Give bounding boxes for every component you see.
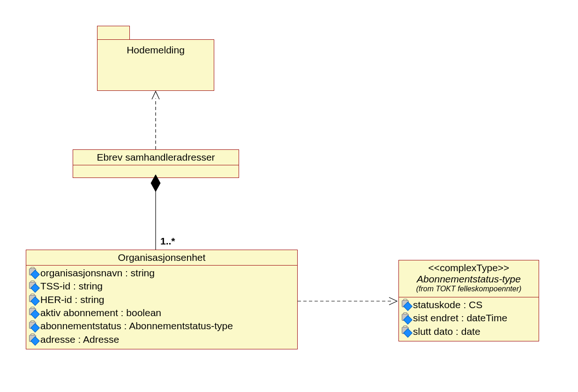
attribute-icon (29, 335, 38, 344)
attribute-icon (29, 308, 38, 318)
attribute-icon (402, 327, 411, 336)
attr-label: TSS-id : string (40, 280, 103, 293)
attribute-icon (29, 322, 38, 331)
class-abon-from: (from TOKT felleskompoennter) (402, 285, 536, 295)
attribute-icon (402, 314, 411, 323)
attr-row: aktiv abonnement : boolean (29, 306, 294, 319)
class-abon-name: Abonnementstatus-type (402, 274, 536, 285)
class-org-body: organisasjonsnavn : string TSS-id : stri… (26, 266, 297, 349)
class-abon-body: statuskode : CS sist endret : dateTime s… (399, 297, 539, 341)
class-abon-stereotype: <<complexType>> (402, 262, 536, 274)
attr-row: abonnementstatus : Abonnementstatus-type (29, 319, 294, 333)
attribute-icon (29, 295, 38, 304)
class-org-header: Organisasjonsenhet (26, 250, 297, 266)
class-org-name: Organisasjonsenhet (118, 252, 206, 263)
attr-row: adresse : Adresse (29, 333, 294, 346)
attr-label: slutt dato : date (413, 325, 480, 338)
multiplicity-org: 1..* (160, 236, 175, 247)
attr-label: organisasjonsnavn : string (40, 266, 155, 280)
attr-row: slutt dato : date (402, 325, 536, 338)
attribute-icon (29, 268, 38, 278)
package-hodemelding: Hodemelding (97, 39, 214, 91)
attr-label: sist endret : dateTime (413, 311, 507, 325)
attr-label: statuskode : CS (413, 298, 482, 311)
class-organisasjonsenhet: Organisasjonsenhet organisasjonsnavn : s… (26, 250, 298, 349)
attribute-icon (29, 282, 38, 291)
attr-row: HER-id : string (29, 293, 294, 306)
attr-row: statuskode : CS (402, 298, 536, 311)
attr-label: HER-id : string (40, 293, 105, 306)
attr-label: adresse : Adresse (40, 333, 119, 346)
attr-label: abonnementstatus : Abonnementstatus-type (40, 319, 233, 333)
class-ebrev-body (73, 165, 239, 178)
class-abonnementstatus-type: <<complexType>> Abonnementstatus-type (f… (398, 260, 539, 341)
attr-row: sist endret : dateTime (402, 311, 536, 325)
attribute-icon (402, 300, 411, 310)
class-ebrev-samhandleradresser: Ebrev samhandleradresser (73, 149, 239, 178)
class-ebrev-header: Ebrev samhandleradresser (73, 150, 239, 165)
package-name: Hodemelding (127, 44, 185, 55)
package-tab (97, 26, 130, 40)
attr-label: aktiv abonnement : boolean (40, 306, 161, 319)
class-ebrev-name: Ebrev samhandleradresser (97, 152, 215, 163)
attr-row: TSS-id : string (29, 280, 294, 293)
attr-row: organisasjonsnavn : string (29, 266, 294, 280)
